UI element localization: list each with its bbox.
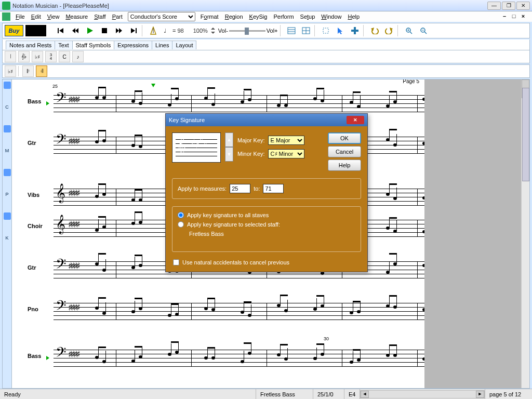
clef-tool-icon[interactable]: 𝄞♭ xyxy=(18,51,30,62)
menu-setup[interactable]: Setup xyxy=(297,12,318,21)
pointer-icon[interactable] xyxy=(334,24,347,37)
svg-marker-21 xyxy=(338,28,342,34)
window-title: Notation Musician - [PleasePleaseMe] xyxy=(12,3,487,9)
svg-marker-2 xyxy=(72,28,75,33)
undo-icon[interactable] xyxy=(368,24,381,37)
stop-icon[interactable] xyxy=(98,24,111,37)
tempo-value: = 98 xyxy=(170,28,186,34)
menu-part[interactable]: Part xyxy=(109,12,126,21)
display-panel xyxy=(25,25,46,36)
page-number: Page 5 xyxy=(403,79,419,84)
vol-minus-label: Vol- xyxy=(218,28,228,34)
left-label-c: C xyxy=(5,104,9,110)
tool-a-icon[interactable]: ♭♯ xyxy=(5,65,16,77)
skip-start-icon[interactable] xyxy=(55,24,67,37)
keysig-preview: 𝄞 ♯ ♯ ♯ ♯ xyxy=(172,132,221,163)
menu-perform[interactable]: Perform xyxy=(270,12,297,21)
maximize-button[interactable]: ❐ xyxy=(502,2,515,10)
barline-tool-icon[interactable]: 𝄀𝄀 xyxy=(5,51,16,62)
menu-format[interactable]: Format xyxy=(197,12,222,21)
left-item-4[interactable] xyxy=(4,212,11,220)
rehearsal-tool-icon[interactable]: ♪ xyxy=(72,51,84,62)
measure-to-input[interactable] xyxy=(263,184,284,193)
score-selector[interactable]: Conductor's Score xyxy=(128,12,195,21)
left-item-3[interactable] xyxy=(4,169,11,176)
keysig-up-button[interactable]: ▲ xyxy=(225,132,233,147)
mdi-close[interactable]: × xyxy=(520,13,527,20)
radio-selected-staff[interactable] xyxy=(178,221,184,228)
tool-b-icon[interactable]: 𝄆 xyxy=(22,65,34,77)
view1-icon[interactable] xyxy=(285,24,298,37)
tab-staff-symbols[interactable]: Staff Symbols xyxy=(72,41,115,49)
zoom-out-icon[interactable] xyxy=(417,24,430,37)
menu-view[interactable]: View xyxy=(44,12,63,21)
help-button[interactable]: Help xyxy=(328,159,361,171)
dialog-titlebar[interactable]: Key Signature ✕ xyxy=(166,114,367,126)
major-key-select[interactable]: E Major xyxy=(268,136,304,145)
zoom-spinner[interactable] xyxy=(210,24,216,37)
skip-end-icon[interactable] xyxy=(127,24,140,37)
staff-pno-5[interactable]: Pno𝄢♯♯♯♯ xyxy=(28,298,424,318)
natural-accidentals-checkbox[interactable] xyxy=(173,259,179,265)
note-icon: ♩ xyxy=(162,28,168,34)
status-hscroll[interactable]: ◄► xyxy=(360,389,485,399)
tab-expressions[interactable]: Expressions xyxy=(114,41,152,49)
apply-measures-group: Apply to measures: to: xyxy=(172,178,361,199)
menu-measure[interactable]: Measure xyxy=(62,12,91,21)
cancel-button[interactable]: Cancel xyxy=(328,146,361,157)
zoom-in-icon[interactable] xyxy=(403,24,415,37)
forward-icon[interactable] xyxy=(113,24,125,37)
tab-text[interactable]: Text xyxy=(55,41,72,49)
staff-bass-0[interactable]: Bass𝄢♯♯♯♯ xyxy=(28,90,424,111)
key-tool-icon[interactable]: ♭♯ xyxy=(32,51,43,62)
close-button[interactable]: ✕ xyxy=(516,2,530,10)
metronome-icon[interactable] xyxy=(147,24,159,37)
menu-keysig[interactable]: KeySig xyxy=(246,12,271,21)
rewind-icon[interactable] xyxy=(69,24,82,37)
menu-region[interactable]: Region xyxy=(222,12,246,21)
tab-layout[interactable]: Layout xyxy=(172,41,196,49)
tool-c-icon[interactable]: 𝄇 xyxy=(36,65,47,77)
ok-button[interactable]: OK xyxy=(328,132,361,144)
left-item-1[interactable] xyxy=(4,82,11,89)
menu-staff[interactable]: Staff xyxy=(91,12,109,21)
play-icon[interactable] xyxy=(84,24,96,37)
left-label-m: M xyxy=(5,148,9,153)
c-tool-icon[interactable]: C xyxy=(59,51,70,62)
vol-plus-label: Vol+ xyxy=(267,28,278,34)
tab-notes-rests[interactable]: Notes and Rests xyxy=(6,41,55,49)
staff-bass-6[interactable]: Bass𝄢♯♯♯♯ xyxy=(28,344,424,365)
menu-edit[interactable]: Edit xyxy=(28,12,44,21)
minimize-button[interactable]: — xyxy=(487,2,501,10)
mdi-restore[interactable]: □ xyxy=(510,13,517,20)
dialog-close-icon[interactable]: ✕ xyxy=(347,116,364,124)
radio-all-staves-label: Apply key signature to all staves xyxy=(187,212,269,218)
palette-tabs: Notes and Rests Text Staff Symbols Expre… xyxy=(2,39,530,50)
to-label: to: xyxy=(254,185,260,192)
radio-all-staves[interactable] xyxy=(178,212,184,218)
mdi-minimize[interactable]: – xyxy=(501,13,508,20)
window-titlebar: Notation Musician - [PleasePleaseMe] — ❐… xyxy=(0,0,532,11)
redo-icon[interactable] xyxy=(383,24,395,37)
select-icon[interactable] xyxy=(320,24,332,37)
timesig-tool-icon[interactable]: 34 xyxy=(45,51,57,62)
left-item-2[interactable] xyxy=(4,125,11,132)
measure-from-input[interactable] xyxy=(230,184,250,193)
tab-lines[interactable]: Lines xyxy=(152,41,172,49)
view2-icon[interactable] xyxy=(300,24,312,37)
sub-toolbar-2: ♭♯ 𝄆 𝄇 xyxy=(2,64,530,78)
dialog-title: Key Signature xyxy=(169,117,205,123)
status-position: 25/1/0 xyxy=(313,389,344,399)
menu-file[interactable]: File xyxy=(12,12,28,21)
vertical-scrollbar[interactable] xyxy=(521,79,529,388)
menu-window[interactable]: Window xyxy=(318,12,344,21)
keysig-down-button[interactable]: ▼ xyxy=(225,147,233,162)
svg-line-27 xyxy=(410,32,412,34)
minor-key-select[interactable]: C♯ Minor xyxy=(268,149,304,158)
buy-button[interactable]: Buy xyxy=(5,25,23,36)
volume-slider[interactable]: Vol- Vol+ xyxy=(218,28,278,34)
apply-staves-group: Apply key signature to all staves Apply … xyxy=(172,206,361,252)
left-label-k: K xyxy=(5,235,8,241)
menu-help[interactable]: Help xyxy=(344,12,363,21)
add-icon[interactable] xyxy=(349,24,361,37)
